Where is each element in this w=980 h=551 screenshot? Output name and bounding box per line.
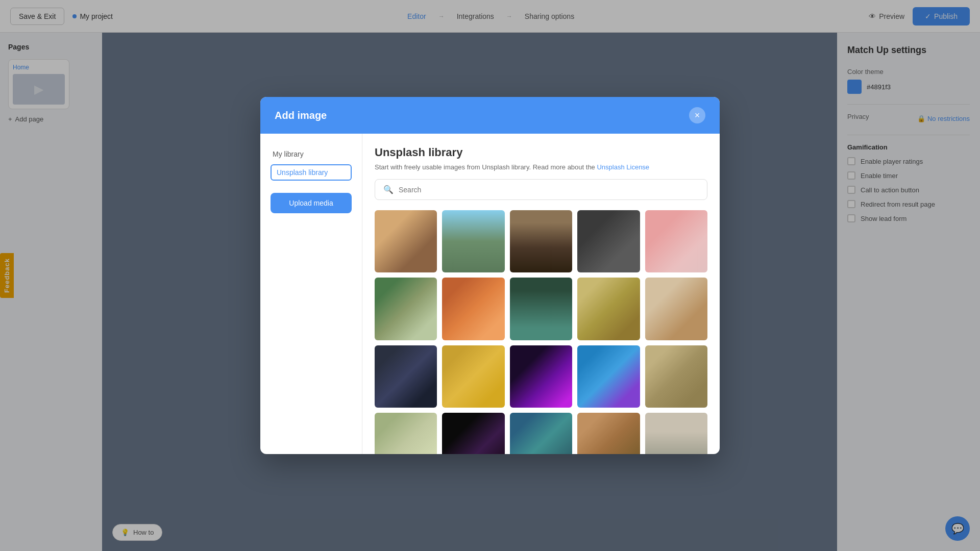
image-item[interactable] — [510, 413, 572, 454]
image-grid — [375, 210, 707, 454]
image-item[interactable] — [442, 278, 504, 340]
search-input[interactable] — [399, 186, 699, 194]
modal-sidebar: My library Unsplash library Upload media — [260, 134, 362, 454]
image-item[interactable] — [577, 345, 640, 408]
search-bar: 🔍 — [375, 179, 707, 200]
unsplash-title: Unsplash library — [375, 146, 707, 159]
unsplash-license-link[interactable]: Unsplash License — [597, 163, 649, 171]
image-item[interactable] — [442, 413, 504, 454]
image-item[interactable] — [442, 345, 504, 408]
image-item[interactable] — [375, 413, 437, 454]
image-item[interactable] — [510, 278, 572, 340]
modal-overlay[interactable]: Add image × My library Unsplash library … — [0, 0, 980, 551]
upload-media-button[interactable]: Upload media — [271, 193, 352, 213]
image-item[interactable] — [577, 210, 640, 272]
unsplash-desc: Start with freely usable images from Uns… — [375, 163, 707, 171]
modal-close-button[interactable]: × — [689, 107, 705, 123]
image-item[interactable] — [375, 210, 437, 272]
image-item[interactable] — [442, 210, 504, 272]
add-image-modal: Add image × My library Unsplash library … — [260, 97, 720, 454]
image-item[interactable] — [645, 345, 707, 408]
image-item[interactable] — [577, 278, 640, 340]
image-item[interactable] — [375, 345, 437, 408]
image-item[interactable] — [577, 413, 640, 454]
image-item[interactable] — [510, 345, 572, 408]
search-icon: 🔍 — [383, 185, 394, 194]
image-item[interactable] — [375, 278, 437, 340]
modal-content: Unsplash library Start with freely usabl… — [362, 134, 720, 454]
image-item[interactable] — [645, 278, 707, 340]
modal-body: My library Unsplash library Upload media… — [260, 134, 720, 454]
modal-title: Add image — [275, 110, 327, 121]
image-item[interactable] — [645, 413, 707, 454]
modal-header: Add image × — [260, 97, 720, 134]
image-item[interactable] — [645, 210, 707, 272]
nav-unsplash-library[interactable]: Unsplash library — [271, 164, 352, 181]
nav-my-library[interactable]: My library — [271, 146, 352, 162]
image-item[interactable] — [510, 210, 572, 272]
